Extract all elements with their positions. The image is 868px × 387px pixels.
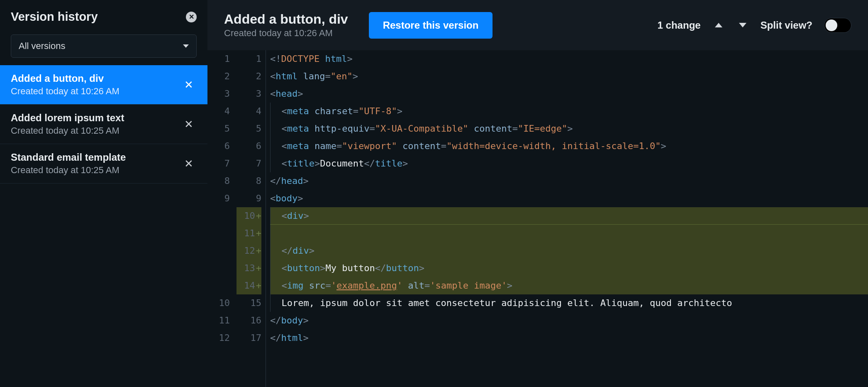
- split-view-label: Split view?: [761, 20, 812, 31]
- gutter-line-number-left: [207, 225, 230, 242]
- code-line: </body>: [270, 312, 868, 329]
- gutter-line-number-left: 7: [207, 155, 230, 172]
- version-item[interactable]: Standard email templateCreated today at …: [0, 144, 207, 184]
- code-line: <head>: [270, 85, 868, 103]
- version-title-block: Added a button, div Created today at 10:…: [224, 12, 348, 39]
- close-icon[interactable]: ✕: [186, 12, 197, 22]
- code-line: <img src='example.png' alt='sample image…: [270, 277, 868, 294]
- gutter-line-number-right: 9: [237, 190, 261, 207]
- gutter-line-number-left: 4: [207, 103, 230, 120]
- version-date: Created today at 10:25 AM: [11, 165, 126, 176]
- code-line: <html lang="en">: [270, 68, 868, 85]
- gutter-line-number-left: [207, 207, 230, 225]
- gutter-line-number-right: 2: [237, 68, 261, 85]
- code-line: [270, 225, 868, 242]
- header-right: 1 change Split view?: [658, 18, 851, 33]
- code-line: </head>: [270, 172, 868, 190]
- gutter-line-number-right: 12: [237, 242, 261, 260]
- version-name: Added a button, div: [11, 73, 119, 84]
- gutter-left: 123456789101112: [207, 50, 237, 387]
- remove-version-icon[interactable]: ✕: [181, 118, 197, 131]
- gutter-line-number-right: 11: [237, 225, 261, 242]
- code-line: <title>Document</title>: [270, 155, 868, 172]
- code-line: <meta charset="UTF-8">: [270, 103, 868, 120]
- gutter-line-number-left: 3: [207, 85, 230, 103]
- code-column: <!DOCTYPE html><html lang="en"><head> <m…: [266, 50, 868, 387]
- changes-count-label: 1 change: [658, 20, 701, 31]
- code-line: </html>: [270, 329, 868, 347]
- version-history-sidebar: Version history ✕ All versions Added a b…: [0, 0, 207, 387]
- version-name: Standard email template: [11, 152, 126, 163]
- gutter-line-number-right: 4: [237, 103, 261, 120]
- gutter-line-number-left: 1: [207, 50, 230, 68]
- gutter-line-number-left: 10: [207, 294, 230, 312]
- split-view-toggle[interactable]: [824, 18, 851, 33]
- gutter-line-number-left: 5: [207, 120, 230, 137]
- gutter-line-number-left: 8: [207, 172, 230, 190]
- gutter-line-number-left: [207, 242, 230, 260]
- version-date: Created today at 10:25 AM: [11, 125, 124, 136]
- code-line: </div>: [270, 242, 868, 260]
- code-line: <meta name="viewport" content="width=dev…: [270, 137, 868, 155]
- gutter-line-number-left: 12: [207, 329, 230, 347]
- gutter-line-number-left: [207, 260, 230, 277]
- gutter-line-number-right: 1: [237, 50, 261, 68]
- remove-version-icon[interactable]: ✕: [181, 157, 197, 170]
- gutter-line-number-right: 3: [237, 85, 261, 103]
- filter-label: All versions: [19, 41, 65, 51]
- chevron-down-icon: [183, 44, 189, 48]
- gutter-line-number-right: 8: [237, 172, 261, 190]
- diff-viewer[interactable]: 123456789101112 123456789101112131415161…: [207, 50, 868, 387]
- prev-change-button[interactable]: [712, 20, 725, 30]
- version-list: Added a button, divCreated today at 10:2…: [0, 65, 207, 184]
- sidebar-title: Version history: [11, 10, 98, 24]
- gutter-line-number-left: 6: [207, 137, 230, 155]
- sidebar-header: Version history ✕: [0, 0, 207, 31]
- gutter-line-number-right: 10: [237, 207, 261, 225]
- gutter-line-number-left: [207, 277, 230, 294]
- code-line: <button>My button</button>: [270, 260, 868, 277]
- remove-version-icon[interactable]: ✕: [181, 78, 197, 91]
- gutter-line-number-right: 13: [237, 260, 261, 277]
- toggle-knob: [826, 20, 837, 31]
- gutter-line-number-right: 6: [237, 137, 261, 155]
- version-name: Added lorem ipsum text: [11, 112, 124, 124]
- code-line: <meta http-equiv="X-UA-Compatible" conte…: [270, 120, 868, 137]
- code-line: <div>: [270, 207, 868, 225]
- version-date: Created today at 10:26 AM: [11, 86, 119, 97]
- next-change-button[interactable]: [736, 20, 749, 30]
- gutter-line-number-right: 5: [237, 120, 261, 137]
- version-subtitle: Created today at 10:26 AM: [224, 28, 348, 39]
- version-title: Added a button, div: [224, 12, 348, 27]
- chevron-down-icon: [739, 23, 746, 27]
- version-item[interactable]: Added a button, divCreated today at 10:2…: [0, 65, 207, 105]
- code-line: Lorem, ipsum dolor sit amet consectetur …: [270, 294, 868, 312]
- gutter-line-number-left: 2: [207, 68, 230, 85]
- versions-filter-dropdown[interactable]: All versions: [11, 34, 197, 58]
- code-line: <body>: [270, 190, 868, 207]
- gutter-line-number-right: 14: [237, 277, 261, 294]
- gutter-right: 1234567891011121314151617: [237, 50, 266, 387]
- version-item[interactable]: Added lorem ipsum textCreated today at 1…: [0, 105, 207, 144]
- gutter-line-number-right: 17: [237, 329, 261, 347]
- chevron-up-icon: [715, 23, 722, 27]
- gutter-line-number-right: 16: [237, 312, 261, 329]
- restore-version-button[interactable]: Restore this version: [369, 12, 493, 39]
- code-line: <!DOCTYPE html>: [270, 50, 868, 68]
- gutter-line-number-left: 9: [207, 190, 230, 207]
- gutter-line-number-right: 7: [237, 155, 261, 172]
- gutter-line-number-left: 11: [207, 312, 230, 329]
- main-panel: Added a button, div Created today at 10:…: [207, 0, 868, 387]
- main-header: Added a button, div Created today at 10:…: [207, 0, 868, 50]
- gutter-line-number-right: 15: [237, 294, 261, 312]
